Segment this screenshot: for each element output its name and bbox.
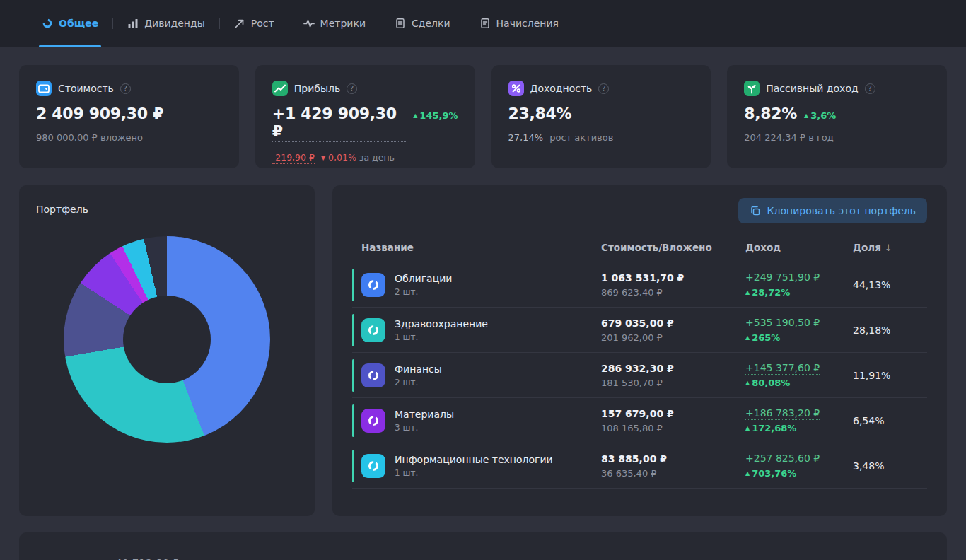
sector-name: Здравоохранение [395, 318, 488, 329]
header-income[interactable]: Доход [745, 242, 853, 253]
tab-label: Сделки [412, 18, 450, 29]
header-name[interactable]: Название [352, 242, 601, 253]
row-accent-bar [352, 359, 354, 392]
help-icon[interactable]: ? [865, 83, 875, 94]
card-total-value: Стоимость ? 2 409 909,30 ₽ 980 000,00 ₽ … [19, 65, 239, 168]
table-row[interactable]: Материалы 3 шт. 157 679,00 ₽ 108 165,80 … [352, 398, 927, 443]
pie-chart-icon [42, 18, 53, 29]
portfolio-title: Портфель [36, 204, 298, 215]
sector-invested: 108 165,80 ₽ [601, 423, 745, 433]
card-profit: Прибыль ? +1 429 909,30 ₽ ▲145,9% -219,9… [255, 65, 475, 168]
passive-income-sub: 204 224,34 ₽ в год [744, 132, 930, 143]
stat-cards: Стоимость ? 2 409 909,30 ₽ 980 000,00 ₽ … [19, 65, 947, 168]
profit-delta: ▲145,9% [413, 110, 458, 121]
sector-pie-icon [361, 363, 385, 387]
tab-accruals[interactable]: Начисления [478, 0, 560, 47]
tab-bar: Общее Дивиденды Рост Метрики [0, 0, 966, 47]
row-accent-bar [352, 269, 354, 301]
sprout-icon [744, 81, 760, 96]
document-icon [479, 18, 491, 29]
card-yield: Доходность ? 23,84% 27,14% рост активов [491, 65, 711, 168]
header-value[interactable]: Стоимость/Вложено [601, 242, 745, 253]
day-suffix: за день [359, 152, 395, 163]
total-value: 2 409 909,30 ₽ [36, 105, 163, 122]
document-icon [395, 18, 406, 29]
tab-list: Общее Дивиденды Рост Метрики [40, 0, 560, 47]
sector-income-pct: ▲703,76% [745, 468, 853, 479]
sector-income[interactable]: +249 751,90 ₽ [745, 272, 820, 284]
help-icon[interactable]: ? [598, 83, 609, 94]
card-label: Пассивный доход [766, 83, 858, 94]
row-accent-bar [352, 404, 354, 437]
day-change-value[interactable]: -219,90 ₽ [272, 152, 315, 164]
sector-value: 83 885,00 ₽ [601, 453, 745, 465]
passive-income-delta: ▲3,6% [804, 110, 836, 121]
tab-separator [219, 18, 220, 29]
tab-label: Метрики [320, 18, 366, 29]
sector-income[interactable]: +145 377,60 ₽ [745, 362, 820, 375]
sector-count: 1 шт. [395, 468, 553, 478]
row-accent-bar [352, 450, 354, 482]
sector-income[interactable]: +186 783,20 ₽ [745, 407, 820, 420]
sector-count: 2 шт. [395, 287, 452, 297]
sector-pie-icon [361, 454, 385, 478]
sector-pie-icon [361, 273, 385, 297]
tab-metrics[interactable]: Метрики [302, 0, 367, 47]
card-label: Доходность [530, 83, 593, 94]
up-arrow-icon: ▲ [804, 112, 808, 119]
main-content: Портфель Клонировать этот портфель Назва… [19, 185, 947, 516]
sector-count: 3 шт. [395, 423, 454, 433]
sector-share: 44,13% [853, 279, 927, 291]
sector-pie-icon [361, 318, 385, 342]
sector-count: 2 шт. [395, 378, 442, 387]
sector-name: Финансы [395, 363, 442, 375]
sector-name: Информационные технологии [395, 454, 553, 465]
double-chevron-icon: » [39, 558, 47, 560]
sector-share: 28,18% [853, 325, 927, 336]
help-icon[interactable]: ? [347, 83, 357, 94]
header-share[interactable]: Доля↓ [853, 242, 927, 253]
sector-income[interactable]: +257 825,60 ₽ [745, 453, 820, 465]
tab-separator [465, 18, 465, 29]
sector-income[interactable]: +535 190,50 ₽ [745, 317, 820, 329]
up-arrow-icon: ▲ [745, 470, 750, 477]
tab-growth[interactable]: Рост [233, 0, 276, 47]
sector-share: 3,48% [853, 460, 927, 472]
card-label: Прибыль [294, 83, 340, 94]
table-row[interactable]: Здравоохранение 1 шт. 679 035,00 ₽ 201 9… [352, 308, 927, 353]
sector-invested: 201 962,00 ₽ [601, 332, 745, 343]
up-arrow-icon: ▲ [745, 334, 750, 341]
table-row[interactable]: Облигации 2 шт. 1 063 531,70 ₽ 869 623,4… [352, 262, 927, 308]
profit-value[interactable]: +1 429 909,30 ₽ [272, 105, 406, 142]
tab-deals[interactable]: Сделки [393, 0, 452, 47]
pulse-icon [303, 18, 315, 29]
currency-section-row[interactable]: » Валюта 40 712,80 ₽ [19, 532, 947, 560]
yield-value: 23,84% [508, 105, 572, 122]
card-label: Стоимость [58, 83, 114, 94]
table-row[interactable]: Финансы 2 шт. 286 932,30 ₽ 181 530,70 ₽ … [352, 353, 927, 398]
percent-icon [508, 81, 524, 96]
asset-growth-link[interactable]: рост активов [549, 132, 613, 144]
sector-invested: 36 635,40 ₽ [601, 468, 745, 479]
sector-invested: 869 623,40 ₽ [601, 287, 745, 298]
up-arrow-icon: ▲ [413, 112, 417, 119]
wallet-icon [36, 81, 52, 96]
table-row[interactable]: Информационные технологии 1 шт. 83 885,0… [352, 443, 927, 489]
clone-portfolio-button[interactable]: Клонировать этот портфель [738, 198, 927, 223]
sector-share: 6,54% [853, 415, 927, 426]
bar-chart-icon [127, 18, 139, 29]
tab-dividends[interactable]: Дивиденды [126, 0, 206, 47]
sector-value: 157 679,00 ₽ [601, 408, 745, 419]
up-arrow-icon: ▲ [745, 380, 750, 386]
tab-separator [380, 18, 380, 29]
rocket-icon [234, 18, 245, 29]
sector-income-pct: ▲265% [745, 332, 853, 343]
portfolio-donut-chart[interactable] [64, 236, 270, 443]
passive-income-value: 8,82% [744, 105, 797, 122]
sector-invested: 181 530,70 ₽ [601, 378, 745, 388]
sector-count: 1 шт. [395, 332, 488, 342]
up-arrow-icon: ▲ [745, 425, 750, 431]
down-arrow-icon: ▼ [321, 155, 325, 161]
tab-general[interactable]: Общее [40, 0, 100, 47]
help-icon[interactable]: ? [120, 83, 131, 94]
